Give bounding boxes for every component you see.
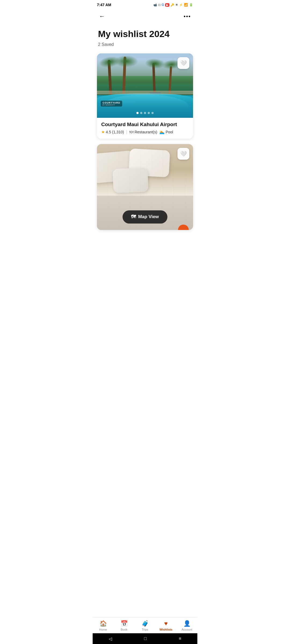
pool-amenity: 🏊 Pool bbox=[160, 130, 173, 134]
restaurant-text: Restaurant(s) bbox=[135, 130, 157, 134]
card-amenities-1: ★ 4.5 (1,310) | 🍽 Restaurant(s) 🏊 Pool bbox=[101, 130, 189, 134]
flash-icon: ⚡ bbox=[179, 3, 183, 7]
hotel-card-2[interactable]: 🤍 🗺 Map View bbox=[97, 144, 193, 230]
brand-logo: COURTYARD BY MARRIOTT bbox=[101, 101, 122, 107]
heart-icon-1: 🤍 bbox=[180, 60, 187, 66]
hotel-card-1[interactable]: COURTYARD BY MARRIOTT 🤍 Court bbox=[97, 53, 193, 139]
google-icon: G bbox=[162, 3, 164, 7]
status-icons: 📹 ⊡ G ▶ 🔑 ✳ ⚡ 📶 🔋 bbox=[153, 3, 193, 7]
pool-text: Pool bbox=[166, 130, 173, 134]
hotel-name-1: Courtyard Maui Kahului Airport bbox=[101, 122, 189, 127]
heart-icon-2: 🤍 bbox=[180, 151, 187, 157]
rating-section: ★ 4.5 (1,310) bbox=[101, 130, 124, 134]
cards-list: COURTYARD BY MARRIOTT 🤍 Court bbox=[93, 53, 197, 230]
brand-name: COURTYARD bbox=[103, 101, 120, 104]
status-bar: 7:47 AM 📹 ⊡ G ▶ 🔑 ✳ ⚡ 📶 🔋 bbox=[93, 0, 197, 9]
amenity-divider-1: | bbox=[126, 130, 127, 134]
star-icon: ★ bbox=[101, 130, 105, 134]
image-dots bbox=[136, 112, 154, 114]
status-time: 7:47 AM bbox=[97, 3, 111, 7]
dot-4 bbox=[148, 112, 150, 114]
brand-subtitle: BY MARRIOTT bbox=[103, 104, 120, 106]
heart-button-1[interactable]: 🤍 bbox=[177, 57, 189, 69]
page-title-section: My wishlist 2024 2 Saved bbox=[93, 24, 197, 53]
saved-count: 2 Saved bbox=[98, 42, 192, 47]
map-view-button[interactable]: 🗺 Map View bbox=[122, 210, 167, 224]
card-info-1: Courtyard Maui Kahului Airport ★ 4.5 (1,… bbox=[97, 118, 193, 139]
back-button[interactable]: ← bbox=[98, 12, 106, 21]
restaurant-amenity: 🍽 Restaurant(s) bbox=[129, 130, 157, 134]
dot-1 bbox=[136, 112, 139, 114]
restaurant-icon: 🍽 bbox=[129, 130, 133, 134]
battery-icon: 🔋 bbox=[189, 3, 193, 7]
more-options-button[interactable]: ••• bbox=[183, 12, 192, 21]
map-view-label: Map View bbox=[138, 214, 159, 219]
dot-5 bbox=[151, 112, 154, 114]
dot-3 bbox=[144, 112, 146, 114]
map-icon: 🗺 bbox=[131, 214, 136, 220]
record-icon: ▶ bbox=[165, 3, 169, 7]
card-image-wrapper-1: COURTYARD BY MARRIOTT 🤍 bbox=[97, 53, 193, 118]
sim-icon: ⊡ bbox=[158, 3, 161, 7]
card-image-wrapper-2: 🤍 🗺 Map View bbox=[97, 144, 193, 230]
dot-2 bbox=[140, 112, 142, 114]
pool-icon: 🏊 bbox=[160, 130, 165, 134]
cards-container: COURTYARD BY MARRIOTT 🤍 Court bbox=[93, 53, 197, 268]
video-icon: 📹 bbox=[153, 3, 157, 7]
wifi-icon: 📶 bbox=[184, 3, 188, 7]
key-icon: 🔑 bbox=[171, 3, 174, 7]
header-nav: ← ••• bbox=[93, 9, 197, 24]
rating-value: 4.5 (1,310) bbox=[106, 130, 124, 134]
bluetooth-icon: ✳ bbox=[175, 3, 178, 7]
heart-button-2[interactable]: 🤍 bbox=[177, 148, 189, 160]
page-title: My wishlist 2024 bbox=[98, 28, 192, 39]
